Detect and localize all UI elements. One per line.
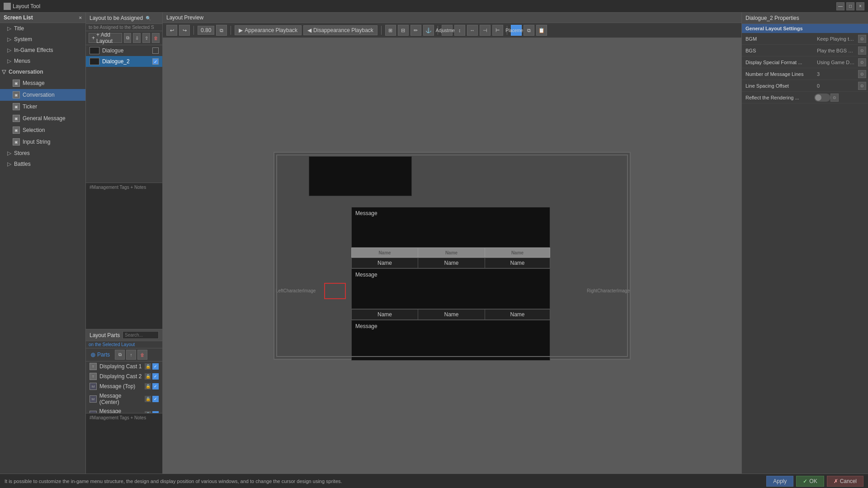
- part-item-message-center[interactable]: M Message (Center) 🔒 ✓: [86, 391, 162, 407]
- part-lock-btn[interactable]: 🔒: [145, 363, 151, 370]
- redo-btn[interactable]: ↪: [179, 25, 190, 36]
- grid2-btn[interactable]: ⊟: [398, 25, 409, 36]
- sidebar-item-ingame-effects[interactable]: ▷ In-Game Effects: [0, 45, 85, 56]
- property-btn-bgm[interactable]: ⊙: [858, 35, 866, 43]
- part-lock-btn[interactable]: 🔒: [145, 396, 151, 402]
- align-right-btn[interactable]: ⊢: [492, 25, 503, 36]
- move-parts-up-btn[interactable]: ↑: [126, 350, 136, 360]
- placement-btn[interactable]: Placement: [511, 25, 522, 36]
- part-item-cast2[interactable]: T Displaying Cast 2 🔒 ✓: [86, 371, 162, 381]
- sidebar-item-selection[interactable]: ▣ Selection: [0, 124, 85, 136]
- flip2-btn[interactable]: ↔: [467, 25, 478, 36]
- sidebar-item-label: Battles: [14, 161, 31, 167]
- message-text-top: Message: [355, 210, 377, 216]
- add-parts-button[interactable]: ⊕ Parts: [89, 350, 112, 359]
- sidebar-item-system[interactable]: ▷ System: [0, 34, 85, 45]
- name-box-mid-1: Name: [351, 309, 418, 320]
- anchor-btn[interactable]: ⚓: [423, 25, 434, 36]
- name-row-mid-inner: Name Name Name: [351, 309, 550, 320]
- message-box-bot: Message: [351, 320, 550, 361]
- import-layout-btn[interactable]: ⇩: [133, 33, 141, 43]
- parts-search-input[interactable]: [123, 331, 159, 339]
- appearance-playback-btn[interactable]: ▶ Appearance Playback: [235, 25, 302, 35]
- disappearance-playback-btn[interactable]: ◀ Disappearance Playback: [303, 25, 377, 35]
- close-button[interactable]: ×: [856, 2, 864, 10]
- toolbar-separator: [231, 26, 231, 35]
- part-item-cast1[interactable]: T Displaying Cast 1 🔒 ✓: [86, 361, 162, 371]
- property-value-message-lines: 3: [814, 70, 858, 79]
- sidebar-item-title[interactable]: ▷ Title: [0, 23, 85, 34]
- name-label-1: Name: [377, 260, 392, 266]
- undo-btn[interactable]: ↩: [166, 25, 177, 36]
- sidebar-item-input-string[interactable]: ▣ Input String: [0, 136, 85, 148]
- copy-btn2[interactable]: ⧉: [524, 25, 534, 36]
- add-layout-button[interactable]: + + Add Layout: [89, 33, 122, 43]
- minimize-button[interactable]: —: [836, 2, 844, 10]
- sidebar-item-label: Conversation: [23, 92, 55, 98]
- maximize-button[interactable]: □: [846, 2, 854, 10]
- part-check-btn[interactable]: ✓: [152, 363, 159, 370]
- part-icon-M: M: [90, 383, 97, 390]
- copy-layout-btn[interactable]: ⧉: [124, 33, 132, 43]
- sidebar-item-conversation[interactable]: ▣ Conversation: [0, 89, 85, 101]
- property-btn-message-lines[interactable]: ⊙: [858, 70, 866, 78]
- sidebar-item-message[interactable]: ▣ Message: [0, 77, 85, 89]
- part-item-message-bottom[interactable]: M Message (Bottom) 🔒 ✓: [86, 407, 162, 413]
- screen-list-close-btn[interactable]: ×: [79, 15, 82, 20]
- properties-header: Dialogue_2 Properties: [742, 13, 868, 24]
- parts-subtext: on the Selected Layout: [86, 341, 162, 348]
- layout-item-checkbox[interactable]: [152, 47, 159, 54]
- sidebar-item-conversation-section[interactable]: ▽ Conversation: [0, 66, 85, 77]
- sidebar-item-label: In-Game Effects: [14, 47, 53, 53]
- screen-list-title: Screen List: [4, 14, 33, 21]
- reflect-rendering-toggle[interactable]: [814, 94, 830, 102]
- name-label-mid-1: Name: [377, 311, 392, 318]
- layout-item-checkbox-checked[interactable]: ✓: [152, 58, 159, 65]
- sidebar-item-battles[interactable]: ▷ Battles: [0, 159, 85, 169]
- sidebar-item-stores[interactable]: ▷ Stores: [0, 148, 85, 159]
- part-item-actions: 🔒 ✓: [145, 373, 159, 380]
- brush-btn[interactable]: ✏: [410, 25, 421, 36]
- property-btn-bgs[interactable]: ⊙: [858, 47, 866, 55]
- flip-btn[interactable]: ↕: [454, 25, 465, 36]
- apply-button[interactable]: Apply: [766, 476, 793, 487]
- part-check-btn[interactable]: ✓: [152, 373, 159, 380]
- paste-btn[interactable]: 📋: [536, 25, 547, 36]
- property-btn-reflect[interactable]: ⊙: [830, 94, 839, 102]
- part-check-btn[interactable]: ✓: [152, 383, 159, 389]
- export-layout-btn[interactable]: ⇧: [142, 33, 150, 43]
- part-lock-btn[interactable]: 🔒: [145, 383, 151, 389]
- zoom-control[interactable]: 0.80: [198, 26, 214, 35]
- layout-parts-panel: Layout Parts on the Selected Layout ⊕ Pa…: [86, 329, 162, 474]
- part-check-btn[interactable]: ✓: [152, 396, 159, 402]
- ok-button[interactable]: ✓ OK: [796, 476, 824, 487]
- delete-parts-btn[interactable]: 🗑: [137, 350, 147, 360]
- sidebar-item-ticker[interactable]: ▣ Ticker: [0, 101, 85, 113]
- property-row-display-format: Display Special Format ... Using Game De…: [742, 56, 868, 68]
- copy-parts-btn[interactable]: ⧉: [115, 350, 125, 360]
- part-lock-btn[interactable]: 🔒: [145, 373, 151, 380]
- layout-item-dialogue[interactable]: Dialogue: [86, 45, 162, 56]
- toggle-knob: [815, 94, 821, 101]
- grid-btn[interactable]: ⊞: [385, 25, 396, 36]
- sidebar-item-general-message[interactable]: ▣ General Message: [0, 113, 85, 124]
- zoom-copy-btn[interactable]: ⧉: [216, 25, 227, 36]
- delete-layout-btn[interactable]: 🗑: [152, 33, 160, 43]
- cancel-button[interactable]: ✗ Cancel: [827, 476, 863, 487]
- align-left-btn[interactable]: ⊣: [480, 25, 491, 36]
- property-btn-line-spacing[interactable]: ⊙: [858, 82, 866, 90]
- name-box-2: Name: [418, 258, 485, 268]
- layout-assigned-panel: Layout to be Assigned 🔍 to be Assigned t…: [86, 13, 163, 474]
- property-btn-display-format[interactable]: ⊙: [858, 58, 866, 66]
- property-label-bgm: BGM: [742, 34, 814, 43]
- appearance-playback-label: Appearance Playback: [245, 27, 297, 33]
- part-item-message-top[interactable]: M Message (Top) 🔒 ✓: [86, 381, 162, 391]
- layout-item-dialogue2[interactable]: Dialogue_2 ✓: [86, 56, 162, 67]
- layout-search-btn[interactable]: 🔍: [145, 14, 152, 22]
- parts-items-list: T Displaying Cast 1 🔒 ✓ T Displaying Cas…: [86, 361, 162, 413]
- message-box-top: Message: [351, 207, 550, 248]
- add-parts-icon: ⊕: [90, 351, 96, 358]
- zoom-value: 0.80: [201, 27, 211, 33]
- sidebar-item-menus[interactable]: ▷ Menus: [0, 56, 85, 66]
- adjustment-btn[interactable]: Adjustment: [442, 25, 453, 36]
